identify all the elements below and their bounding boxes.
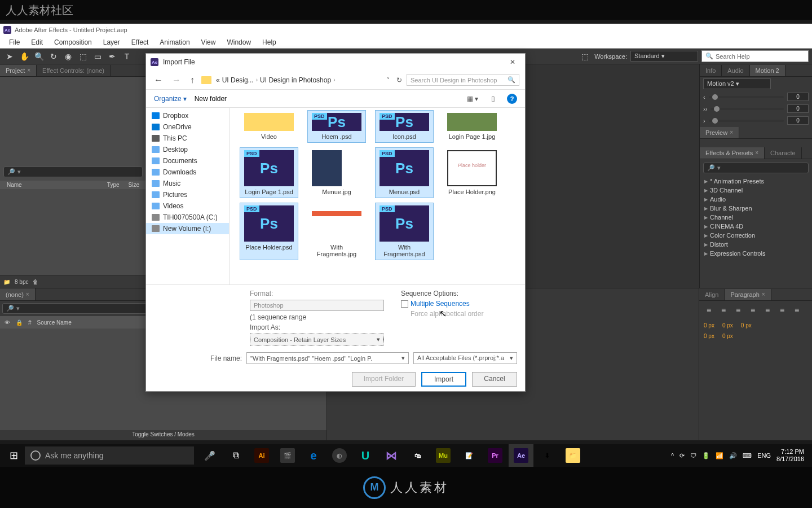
file-filter-select[interactable]: All Acceptable Files (*.prproj;*.a▾	[413, 352, 517, 364]
effect-category[interactable]: ▶Blur & Sharpen	[700, 204, 812, 213]
tab-character[interactable]: Characte	[765, 147, 802, 159]
slider-z[interactable]	[709, 120, 784, 122]
file-item[interactable]: Place holderPlace Holder.png	[443, 147, 501, 198]
menu-help[interactable]: Help	[257, 38, 282, 46]
justify-center-icon[interactable]: ≡	[761, 304, 774, 317]
tray-battery-icon[interactable]: 🔋	[702, 452, 710, 459]
start-button[interactable]: ⊞	[2, 444, 25, 467]
taskbar-app-vs[interactable]: ⋈	[379, 444, 404, 467]
multi-seq-checkbox[interactable]	[401, 300, 408, 308]
taskbar-app-edge[interactable]: e	[301, 444, 326, 467]
eye-icon[interactable]: 👁	[5, 319, 10, 326]
search-help-input[interactable]: 🔍 Search Help	[701, 50, 809, 62]
taskbar-app-mu[interactable]: Mu	[431, 444, 456, 467]
tab-info[interactable]: Info	[700, 65, 722, 76]
motion-select[interactable]: Motion v2 ▾	[703, 78, 771, 89]
tree-item[interactable]: This PC	[146, 133, 229, 144]
taskbar-app-store[interactable]: 🛍	[405, 444, 430, 467]
taskbar-app-idm[interactable]: ⬇	[535, 444, 559, 467]
tray-sync-icon[interactable]: ⟳	[679, 452, 685, 459]
mic-icon[interactable]: 🎤	[197, 444, 222, 467]
file-item[interactable]: PSDPsMenue.psd	[375, 147, 434, 198]
tray-clock[interactable]: 7:12 PM 8/17/2016	[776, 448, 804, 463]
zoom-tool-icon[interactable]: 🔍	[33, 50, 45, 63]
menu-composition[interactable]: Composition	[48, 38, 98, 46]
taskbar-app-c4d[interactable]: ◐	[327, 444, 352, 467]
justify-left-icon[interactable]: ≡	[747, 304, 759, 317]
folder-icon[interactable]: 📁	[3, 279, 10, 285]
pan-behind-tool-icon[interactable]: ⬚	[77, 50, 89, 63]
import-as-select[interactable]: Composition - Retain Layer Sizes▾	[250, 334, 384, 345]
breadcrumb[interactable]: « UI Desig... › UI Design in Photoshop ›	[216, 76, 380, 84]
filename-input[interactable]: "With Fragments.psd" "Hoem .psd" "Login …	[246, 352, 409, 364]
file-item[interactable]: PSDPsIcon.psd	[375, 110, 434, 143]
tree-item[interactable]: Documents	[146, 155, 229, 167]
effect-category[interactable]: ▶CINEMA 4D	[700, 222, 812, 231]
file-item[interactable]: PSDPsHoem .psd	[307, 110, 366, 143]
close-icon[interactable]: ×	[27, 67, 30, 73]
effect-category[interactable]: ▶* Animation Presets	[700, 177, 812, 186]
tree-item[interactable]: New Volume (I:)	[146, 223, 229, 234]
selection-tool-icon[interactable]: ➤	[3, 50, 16, 63]
menu-view[interactable]: View	[196, 38, 222, 46]
cancel-button[interactable]: Cancel	[472, 372, 517, 387]
tab-motion2[interactable]: Motion 2	[750, 65, 785, 76]
workspace-select[interactable]: Standard ▾	[630, 51, 698, 62]
chevron-down-icon[interactable]: ˅	[385, 77, 392, 83]
taskbar-app-pr[interactable]: Pr	[483, 444, 508, 467]
menu-edit[interactable]: Edit	[25, 38, 48, 46]
indent-right[interactable]: 0 px	[741, 322, 752, 329]
menu-layer[interactable]: Layer	[98, 38, 126, 46]
taskbar-app-explorer[interactable]: 📁	[561, 444, 585, 467]
close-button[interactable]: ✕	[505, 56, 520, 68]
pen-tool-icon[interactable]: ✒	[106, 50, 118, 63]
menu-window[interactable]: Window	[221, 38, 257, 46]
align-center-icon[interactable]: ≡	[717, 304, 730, 317]
tree-item[interactable]: Downloads	[146, 167, 229, 178]
tray-wifi-icon[interactable]: 📶	[716, 452, 723, 459]
refresh-icon[interactable]: ↻	[396, 76, 402, 84]
preview-pane-icon[interactable]: ▯	[487, 93, 499, 105]
effects-search[interactable]: 🔎▾	[703, 163, 809, 173]
taskbar-app-ae[interactable]: Ae	[509, 444, 533, 467]
dialog-search-input[interactable]: Search UI Design in Photoshop 🔍	[407, 74, 519, 86]
indent-left[interactable]: 0 px	[704, 322, 714, 329]
import-button[interactable]: Import	[421, 372, 466, 387]
nav-forward-icon[interactable]: →	[170, 75, 183, 85]
menu-effect[interactable]: Effect	[126, 38, 154, 46]
import-folder-button[interactable]: Import Folder	[352, 372, 416, 387]
file-item[interactable]: PSDPsPlace Holder.psd	[240, 203, 298, 260]
effect-category[interactable]: ▶Expression Controls	[700, 249, 812, 258]
file-item[interactable]: PSDPsWith Fragments.psd	[375, 203, 434, 260]
input-y[interactable]	[787, 104, 809, 113]
trash-icon[interactable]: 🗑	[33, 279, 38, 285]
tab-project[interactable]: Project×	[0, 65, 37, 76]
tree-item[interactable]: Desktop	[146, 144, 229, 155]
cortana-search[interactable]: Ask me anything	[25, 446, 194, 465]
space-after[interactable]: 0 px	[722, 333, 733, 339]
slider-y[interactable]	[710, 108, 784, 110]
project-search[interactable]: 🔎▾	[3, 167, 143, 177]
file-item[interactable]: PSDPsLogin Page 1.psd	[240, 147, 298, 198]
align-right-icon[interactable]: ≡	[732, 304, 744, 317]
tab-effect-controls[interactable]: Effect Controls: (none)	[37, 65, 111, 76]
tray-lang[interactable]: ENG	[757, 452, 771, 459]
tab-preview[interactable]: Preview×	[700, 127, 739, 138]
file-item[interactable]: Login Page 1.jpg	[443, 110, 501, 143]
effect-category[interactable]: ▶3D Channel	[700, 186, 812, 195]
tab-audio[interactable]: Audio	[722, 65, 749, 76]
col-size[interactable]: Size	[124, 182, 144, 188]
rect-tool-icon[interactable]: ▭	[91, 50, 104, 63]
taskbar-app-ai[interactable]: Ai	[249, 444, 274, 467]
camera-tool-icon[interactable]: ◉	[62, 50, 74, 63]
col-type[interactable]: Type	[103, 182, 124, 188]
tab-effects-presets[interactable]: Effects & Presets×	[700, 147, 765, 159]
chevron-left-icon[interactable]: ‹	[703, 94, 705, 100]
tray-shield-icon[interactable]: 🛡	[690, 452, 696, 459]
space-before[interactable]: 0 px	[704, 333, 714, 339]
effect-category[interactable]: ▶Color Correction	[700, 231, 812, 240]
taskbar-app-media[interactable]: 🎬	[275, 444, 300, 467]
effect-category[interactable]: ▶Distort	[700, 240, 812, 249]
new-folder-button[interactable]: New folder	[195, 95, 227, 103]
input-x[interactable]	[787, 93, 809, 101]
